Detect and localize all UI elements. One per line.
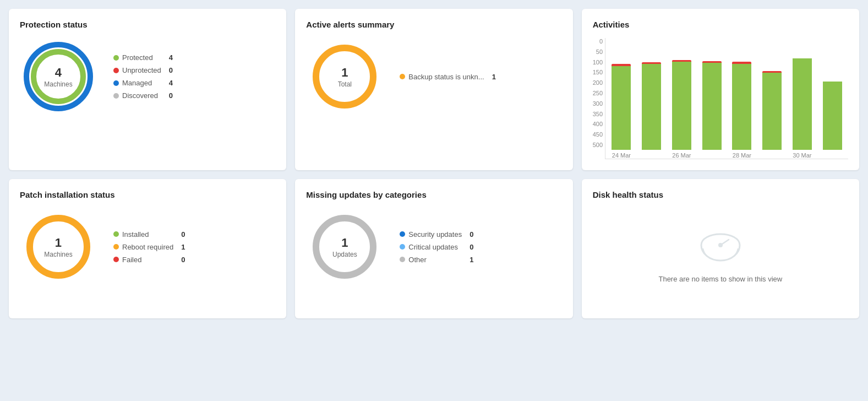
bar-green-segment bbox=[823, 82, 842, 150]
bar-green-segment bbox=[702, 63, 722, 150]
protection-status-title: Protection status bbox=[20, 20, 275, 29]
updates-donut-center: 1 Updates bbox=[332, 236, 357, 258]
missing-updates-card: Missing updates by categories 1 Updates … bbox=[295, 179, 572, 318]
other-updates-dot bbox=[400, 257, 405, 262]
security-updates-dot bbox=[400, 231, 405, 237]
unprotected-dot bbox=[113, 68, 119, 73]
patch-status-title: Patch installation status bbox=[20, 190, 275, 199]
legend-unprotected: Unprotected 0 bbox=[113, 66, 173, 74]
legend-critical-updates: Critical updates 0 bbox=[400, 243, 473, 251]
disk-health-content: There are no items to show in this view bbox=[593, 208, 848, 307]
alerts-donut: 1 Total bbox=[306, 38, 383, 115]
dashboard: Protection status 4 Machines Protected bbox=[9, 9, 859, 318]
legend-failed: Failed 0 bbox=[113, 256, 185, 264]
updates-content: 1 Updates Security updates 0 Critical up… bbox=[306, 208, 561, 285]
reboot-dot bbox=[113, 244, 119, 250]
protected-dot bbox=[113, 55, 119, 61]
bar-label: 26 Mar bbox=[672, 152, 691, 159]
alert-backup-item: Backup status is unkn... 1 bbox=[400, 73, 496, 81]
protection-status-content: 4 Machines Protected 4 Unprotected 0 Ma bbox=[20, 38, 275, 115]
active-alerts-title: Active alerts summary bbox=[306, 20, 561, 29]
bar-group-1 bbox=[638, 38, 665, 159]
legend-protected: Protected 4 bbox=[113, 53, 173, 62]
disk-empty-message: There are no items to show in this view bbox=[658, 275, 782, 283]
failed-dot bbox=[113, 257, 119, 262]
legend-other-updates: Other 1 bbox=[400, 256, 473, 264]
bar-group-7 bbox=[818, 38, 846, 159]
activities-title: Activities bbox=[593, 20, 848, 29]
bar-group-0: 24 Mar bbox=[608, 38, 635, 159]
critical-updates-dot bbox=[400, 244, 405, 250]
svg-point-6 bbox=[718, 243, 723, 247]
updates-legend: Security updates 0 Critical updates 0 Ot… bbox=[400, 230, 473, 264]
chart-bars: 24 Mar26 Mar28 Mar30 Mar bbox=[605, 38, 848, 159]
installed-dot bbox=[113, 231, 119, 237]
bar-label: 24 Mar bbox=[612, 152, 631, 159]
patch-donut: 1 Machines bbox=[20, 208, 97, 285]
updates-donut: 1 Updates bbox=[306, 208, 383, 285]
bar-label: 30 Mar bbox=[793, 152, 811, 159]
bar-green-segment bbox=[642, 64, 661, 150]
discovered-dot bbox=[113, 93, 119, 99]
y-axis: 500 450 400 350 300 250 200 150 100 50 0 bbox=[593, 38, 603, 159]
patch-donut-center: 1 Machines bbox=[44, 236, 72, 258]
backup-dot bbox=[400, 74, 405, 79]
bar-group-5 bbox=[758, 38, 786, 159]
activities-card: Activities 500 450 400 350 300 250 200 1… bbox=[582, 9, 859, 170]
bar-green-segment bbox=[612, 66, 631, 150]
donut-center: 4 Machines bbox=[44, 66, 72, 88]
missing-updates-title: Missing updates by categories bbox=[306, 190, 561, 199]
bar-green-segment bbox=[793, 58, 812, 150]
protection-donut: 4 Machines bbox=[20, 38, 97, 115]
alerts-legend: Backup status is unkn... 1 bbox=[400, 73, 496, 81]
legend-discovered: Discovered 0 bbox=[113, 91, 173, 100]
legend-security-updates: Security updates 0 bbox=[400, 230, 473, 239]
bar-group-4: 28 Mar bbox=[728, 38, 756, 159]
patch-status-card: Patch installation status 1 Machines Ins… bbox=[9, 179, 286, 318]
alerts-donut-center: 1 Total bbox=[338, 66, 352, 88]
alerts-content: 1 Total Backup status is unkn... 1 bbox=[306, 38, 561, 115]
bar-green-segment bbox=[672, 62, 691, 150]
protection-status-card: Protection status 4 Machines Protected bbox=[9, 9, 286, 170]
active-alerts-card: Active alerts summary 1 Total Backup sta… bbox=[295, 9, 572, 170]
patch-legend: Installed 0 Reboot required 1 Failed 0 bbox=[113, 230, 185, 264]
disk-health-card: Disk health status There are no items to… bbox=[582, 179, 859, 318]
legend-reboot-required: Reboot required 1 bbox=[113, 243, 185, 251]
legend-installed: Installed 0 bbox=[113, 230, 185, 239]
protection-legend: Protected 4 Unprotected 0 Managed 4 Disc… bbox=[113, 53, 173, 100]
bar-green-segment bbox=[732, 64, 751, 150]
activities-chart: 500 450 400 350 300 250 200 150 100 50 0… bbox=[593, 38, 848, 159]
legend-managed: Managed 4 bbox=[113, 79, 173, 87]
bar-group-3 bbox=[698, 38, 725, 159]
speedometer-icon bbox=[698, 233, 743, 266]
bar-group-2: 26 Mar bbox=[668, 38, 696, 159]
bar-group-6: 30 Mar bbox=[789, 38, 816, 159]
patch-content: 1 Machines Installed 0 Reboot required 1 bbox=[20, 208, 275, 285]
disk-health-title: Disk health status bbox=[593, 190, 848, 199]
managed-dot bbox=[113, 80, 119, 86]
bar-green-segment bbox=[762, 73, 782, 150]
bar-label: 28 Mar bbox=[733, 152, 751, 159]
